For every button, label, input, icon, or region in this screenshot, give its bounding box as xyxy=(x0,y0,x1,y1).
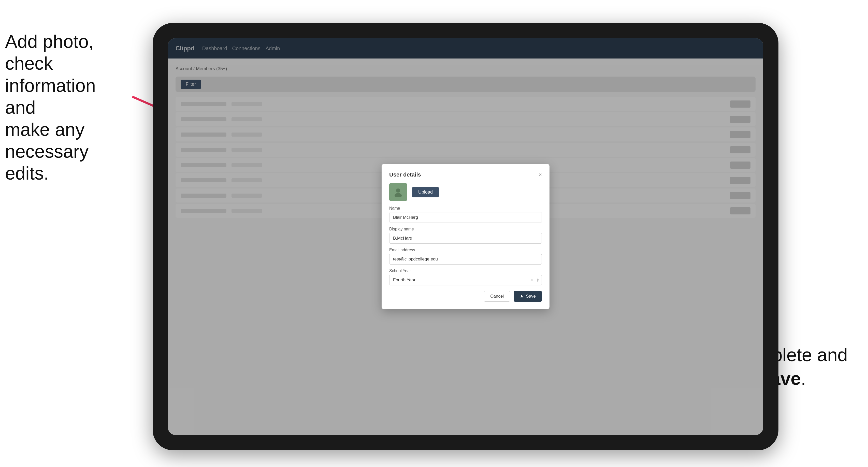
svg-point-3 xyxy=(396,188,400,192)
school-year-input[interactable] xyxy=(389,275,542,285)
name-label: Name xyxy=(389,206,542,211)
school-year-select-wrapper: × ⇕ xyxy=(389,275,542,285)
display-name-input[interactable] xyxy=(389,233,542,244)
modal-overlay: User details × Upload Name xyxy=(168,38,763,435)
select-clear-icon[interactable]: × xyxy=(530,278,533,283)
modal-close-button[interactable]: × xyxy=(538,172,542,178)
save-icon xyxy=(520,294,524,299)
email-input[interactable] xyxy=(389,254,542,264)
email-label: Email address xyxy=(389,248,542,252)
tablet-device: Clippd Dashboard Connections Admin Accou… xyxy=(153,23,778,450)
cancel-button[interactable]: Cancel xyxy=(484,291,510,302)
user-photo-icon xyxy=(393,187,403,197)
modal-title: User details xyxy=(389,172,421,178)
name-input[interactable] xyxy=(389,212,542,223)
user-details-modal: User details × Upload Name xyxy=(381,164,550,309)
upload-photo-button[interactable]: Upload xyxy=(412,187,439,197)
display-name-field-group: Display name xyxy=(389,227,542,244)
tablet-screen: Clippd Dashboard Connections Admin Accou… xyxy=(168,38,763,435)
annotation-left: Add photo, check information and make an… xyxy=(5,31,127,184)
select-arrows-icon[interactable]: ⇕ xyxy=(536,278,539,283)
save-button[interactable]: Save xyxy=(514,291,542,302)
email-field-group: Email address xyxy=(389,248,542,264)
svg-point-4 xyxy=(395,193,402,197)
svg-rect-5 xyxy=(520,298,523,298)
school-year-field-group: School Year × ⇕ xyxy=(389,269,542,285)
user-photo-thumbnail xyxy=(389,183,407,201)
name-field-group: Name xyxy=(389,206,542,223)
school-year-label: School Year xyxy=(389,269,542,273)
modal-footer: Cancel Save xyxy=(389,291,542,302)
modal-header: User details × xyxy=(389,172,542,178)
photo-section: Upload xyxy=(389,183,542,201)
display-name-label: Display name xyxy=(389,227,542,231)
